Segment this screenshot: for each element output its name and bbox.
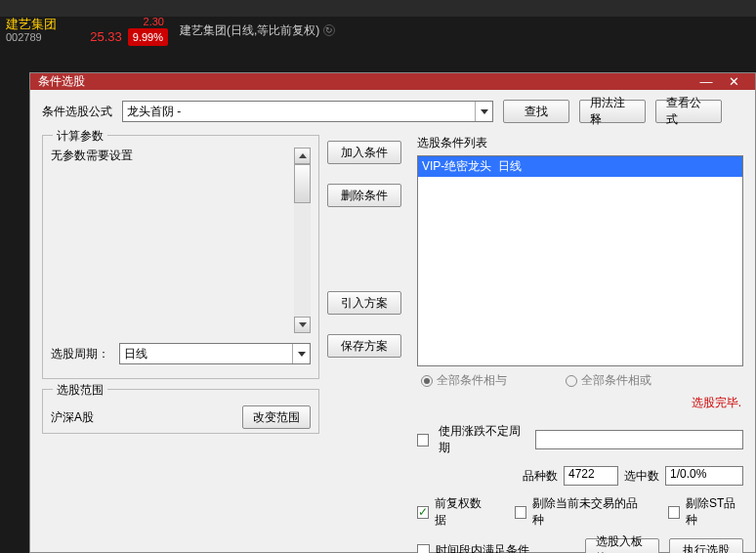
radio-and[interactable]: 全部条件相与 [421,372,507,389]
stock-code: 002789 [6,31,57,44]
stock-change-value: 2.30 [144,15,164,28]
chevron-down-icon[interactable] [475,102,492,121]
condition-list-label: 选股条件列表 [417,135,743,151]
range-value: 沪深A股 [51,409,94,426]
range-group-title: 选股范围 [53,382,107,399]
radio-or[interactable]: 全部条件相或 [566,372,651,389]
excl-notrade-checkbox[interactable] [515,506,526,519]
stock-price: 25.33 [90,29,122,46]
excl-st-checkbox[interactable] [668,506,680,519]
stock-change-pct: 9.99% [128,28,168,46]
params-text: 无参数需要设置 [51,149,133,162]
list-item[interactable]: VIP-绝密龙头 日线 [418,156,742,177]
add-condition-button[interactable]: 加入条件 [327,141,401,164]
fq-checkbox[interactable] [417,506,429,519]
find-button[interactable]: 查找 [503,100,569,123]
formula-value: 龙头首阴 - [127,104,181,120]
chart-title: 建艺集团(日线,等比前复权) [180,22,319,39]
count-value: 4722 [564,466,618,486]
period-value: 日线 [124,346,147,362]
condition-listbox[interactable]: VIP-绝密龙头 日线 [417,155,743,366]
use-change-checkbox[interactable] [417,434,429,447]
excl-notrade-checkbox-label[interactable]: 剔除当前未交易的品种 [515,495,643,529]
period-label: 选股周期： [51,346,109,362]
change-range-button[interactable]: 改变范围 [242,405,311,429]
selected-label: 选中数 [624,468,659,485]
chevron-down-icon[interactable] [292,344,310,363]
params-group-title: 计算参数 [53,128,107,145]
run-selection-button[interactable]: 执行选股 [669,538,743,553]
params-scrollbar[interactable] [294,148,311,333]
close-button[interactable]: ✕ [720,74,747,89]
to-block-button[interactable]: 选股入板块 [585,538,659,553]
stock-name: 建艺集团 [6,17,57,32]
minimize-button[interactable]: — [693,74,720,89]
time-range-checkbox-label[interactable]: 时间段内满足条件 [417,542,529,554]
formula-label: 条件选股公式 [42,104,112,120]
save-plan-button[interactable]: 保存方案 [327,334,401,358]
dialog-titlebar[interactable]: 条件选股 — ✕ [30,73,755,90]
count-label: 品种数 [523,468,558,485]
change-period-input[interactable] [535,430,743,449]
dialog-title: 条件选股 [38,73,85,90]
usage-button[interactable]: 用法注释 [579,100,646,123]
period-combo[interactable]: 日线 [119,343,311,364]
import-plan-button[interactable]: 引入方案 [327,291,401,315]
scroll-down-icon[interactable] [294,317,311,333]
refresh-icon[interactable]: ↻ [323,24,335,36]
selected-value: 1/0.0% [665,466,743,486]
scroll-thumb[interactable] [294,164,311,203]
use-change-label: 使用涨跌不定周期 [439,423,525,456]
formula-combo[interactable]: 龙头首阴 - [122,101,493,122]
condition-stock-dialog: 条件选股 — ✕ 条件选股公式 龙头首阴 - 查找 用法注释 查看公式 计算参数… [29,72,756,553]
radio-icon [421,375,433,387]
scroll-up-icon[interactable] [294,148,311,164]
time-range-checkbox[interactable] [417,544,430,554]
fq-checkbox-label[interactable]: 前复权数据 [417,495,489,529]
delete-condition-button[interactable]: 删除条件 [327,184,401,207]
radio-icon [566,375,577,387]
view-formula-button[interactable]: 查看公式 [655,100,722,123]
status-message: 选股完毕. [417,393,743,417]
excl-st-checkbox-label[interactable]: 剔除ST品种 [668,495,743,529]
